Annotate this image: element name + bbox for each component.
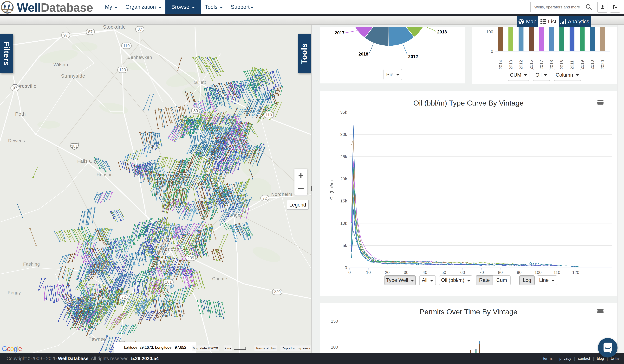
svg-text:10: 10	[366, 270, 371, 275]
svg-text:2012: 2012	[408, 54, 418, 59]
svg-text:80: 80	[498, 270, 503, 275]
svg-text:Gillett: Gillett	[194, 80, 206, 85]
svg-text:239: 239	[274, 290, 281, 294]
svg-text:Peggy: Peggy	[8, 290, 21, 295]
svg-text:0: 0	[345, 265, 347, 270]
svg-text:123: 123	[119, 68, 126, 72]
svg-text:100: 100	[331, 344, 338, 349]
svg-text:Denhawken: Denhawken	[127, 55, 152, 60]
svg-text:181: 181	[165, 280, 172, 285]
svg-text:25k: 25k	[340, 154, 347, 159]
svg-text:Oil (bbl/m): Oil (bbl/m)	[329, 180, 334, 199]
svg-text:2013: 2013	[508, 60, 513, 70]
svg-text:5k: 5k	[343, 243, 347, 248]
svg-text:72: 72	[262, 196, 267, 200]
svg-text:87: 87	[88, 29, 93, 34]
svg-text:110: 110	[553, 270, 560, 275]
svg-text:Fashing: Fashing	[23, 262, 40, 267]
svg-text:119: 119	[123, 44, 130, 48]
svg-text:Sunnyside: Sunnyside	[61, 73, 85, 79]
svg-text:Choate: Choate	[212, 276, 227, 281]
svg-text:97: 97	[63, 33, 68, 37]
svg-text:15k: 15k	[340, 198, 347, 203]
svg-text:2011: 2011	[570, 60, 574, 70]
svg-text:100: 100	[534, 270, 542, 275]
svg-text:50: 50	[442, 270, 446, 275]
svg-text:2016: 2016	[559, 60, 564, 70]
svg-text:239: 239	[187, 256, 194, 260]
svg-text:90: 90	[517, 270, 522, 275]
svg-text:97: 97	[13, 86, 17, 90]
svg-text:Falls City: Falls City	[77, 159, 98, 164]
svg-text:120: 120	[572, 270, 579, 275]
svg-text:40: 40	[423, 270, 427, 275]
svg-text:0: 0	[348, 270, 351, 275]
svg-text:100: 100	[486, 29, 493, 34]
svg-text:150: 150	[331, 318, 338, 323]
svg-text:2018: 2018	[549, 60, 554, 70]
svg-text:2019: 2019	[580, 60, 585, 70]
svg-text:Wilson: Wilson	[53, 62, 68, 67]
svg-text:2017: 2017	[335, 30, 344, 35]
svg-text:Hobson: Hobson	[97, 172, 113, 177]
svg-text:30: 30	[404, 270, 409, 275]
svg-text:2018: 2018	[359, 52, 368, 56]
svg-text:Poth: Poth	[15, 111, 26, 117]
svg-text:10k: 10k	[340, 221, 347, 225]
svg-text:119: 119	[265, 113, 272, 117]
svg-text:181: 181	[71, 144, 78, 148]
svg-text:35k: 35k	[340, 110, 347, 115]
svg-text:72: 72	[122, 295, 126, 299]
svg-text:20: 20	[385, 270, 390, 275]
svg-text:Pawnee: Pawnee	[88, 337, 106, 341]
svg-text:30k: 30k	[340, 132, 347, 137]
svg-text:2014: 2014	[498, 60, 503, 70]
svg-text:87: 87	[137, 27, 142, 31]
svg-text:Stockdale: Stockdale	[103, 25, 126, 29]
svg-text:2015: 2015	[529, 60, 534, 70]
svg-text:Dewees: Dewees	[8, 138, 25, 143]
svg-text:20k: 20k	[340, 176, 347, 181]
svg-text:0: 0	[491, 49, 493, 54]
svg-text:2012: 2012	[519, 60, 523, 70]
svg-text:Nordheim: Nordheim	[271, 192, 292, 197]
svg-text:2013: 2013	[437, 29, 447, 34]
svg-text:60: 60	[460, 270, 465, 275]
svg-text:2010: 2010	[590, 60, 595, 70]
svg-text:80: 80	[193, 108, 198, 113]
svg-text:70: 70	[479, 270, 484, 275]
svg-text:2017: 2017	[539, 60, 544, 70]
svg-text:2020: 2020	[600, 60, 605, 70]
